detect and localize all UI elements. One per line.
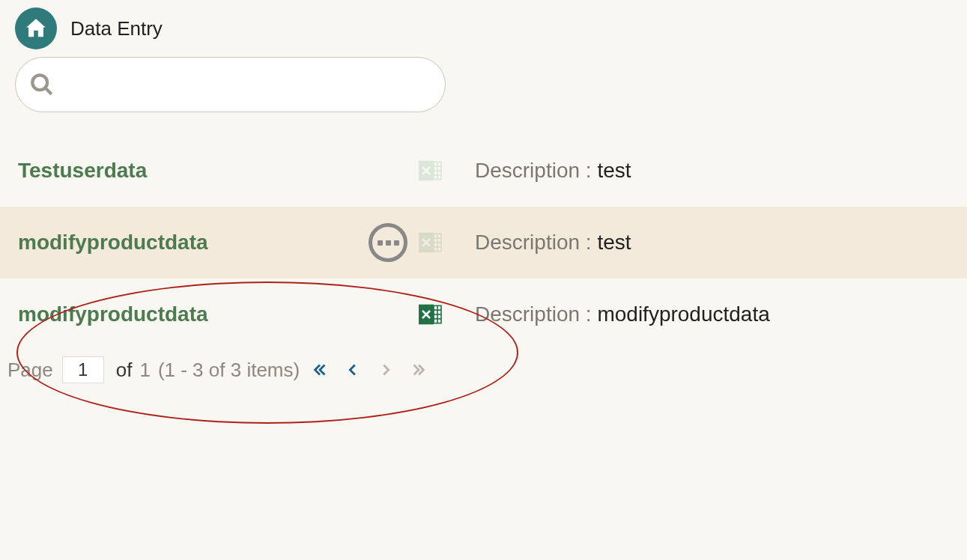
list-row[interactable]: Testuserdata Description : test [0,135,967,207]
page-number-input[interactable] [62,356,104,383]
desc-value: modifyproductdata [597,302,769,326]
search-pill[interactable] [15,57,446,112]
row-icons [303,156,475,186]
excel-icon[interactable] [415,228,445,258]
row-description: Description : modifyproductdata [475,302,949,326]
desc-label: Description : [475,159,597,182]
desc-label: Description : [475,231,597,254]
chevron-right-icon [378,362,394,378]
search-input[interactable] [65,74,431,95]
pager-of-label: of [116,359,133,382]
row-name[interactable]: modifyproductdata [18,231,303,255]
row-name[interactable]: modifyproductdata [18,302,303,326]
pager-last-button[interactable] [406,359,431,381]
pagination-bar: Page of 1 (1 - 3 of 3 items) [0,350,967,389]
excel-icon[interactable] [415,299,445,329]
row-icons [303,223,475,262]
pager-first-button[interactable] [307,359,333,381]
pager-prefix: Page [7,359,53,382]
list-row[interactable]: modifyproductdata Description : modifypr… [0,279,967,350]
chevron-double-right-icon [410,362,427,378]
row-menu-button[interactable] [369,223,407,262]
desc-value: test [597,159,631,182]
chevron-double-left-icon [312,362,328,378]
ellipsis-icon [378,240,399,246]
search-icon [29,72,55,97]
desc-value: test [597,231,631,254]
desc-label: Description : [475,302,597,326]
row-description: Description : test [475,231,949,255]
svg-point-0 [32,75,47,90]
list-row[interactable]: modifyproductdata Description : test [0,207,967,279]
home-button[interactable] [15,7,57,49]
pager-range-text: (1 - 3 of 3 items) [158,359,300,382]
chevron-left-icon [345,362,361,378]
row-icons [303,299,475,329]
excel-icon[interactable] [415,156,445,186]
header-bar: Data Entry [0,0,967,54]
pager-prev-button[interactable] [340,359,366,381]
pager-next-button[interactable] [373,359,398,381]
home-icon [23,16,49,41]
page-title: Data Entry [70,17,163,40]
search-container [15,57,952,112]
row-description: Description : test [475,159,949,183]
data-list: Testuserdata Description : test modifypr… [0,135,967,350]
row-name[interactable]: Testuserdata [18,159,303,183]
pager-total-pages: 1 [139,359,150,382]
svg-line-1 [45,88,52,94]
